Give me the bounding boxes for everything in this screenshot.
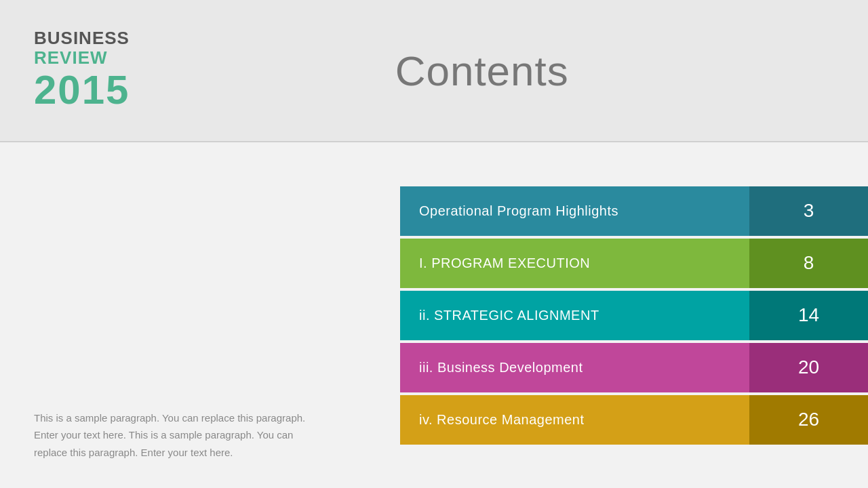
- toc-row[interactable]: iv. Resource Management26: [400, 395, 868, 445]
- toc-row[interactable]: ii. STRATEGIC ALIGNMENT14: [400, 291, 868, 340]
- toc-label-3: iii. Business Development: [400, 343, 749, 392]
- toc-row[interactable]: Operational Program Highlights3: [400, 186, 868, 236]
- toc-page-4: 26: [749, 395, 868, 445]
- toc-label-1: I. PROGRAM EXECUTION: [400, 239, 749, 288]
- page-title: Contents: [130, 47, 834, 95]
- header: BUSINESS REVIEW 2015 Contents: [0, 0, 868, 142]
- toc-page-3: 20: [749, 343, 868, 392]
- toc-row[interactable]: I. PROGRAM EXECUTION8: [400, 239, 868, 288]
- brand-year: 2015: [34, 68, 130, 113]
- brand: BUSINESS REVIEW 2015: [34, 28, 130, 112]
- brand-business: BUSINESS: [34, 28, 130, 48]
- left-panel: This is a sample paragraph. You can repl…: [34, 163, 400, 468]
- toc-label-2: ii. STRATEGIC ALIGNMENT: [400, 291, 749, 340]
- main-content: This is a sample paragraph. You can repl…: [0, 142, 868, 488]
- toc-page-1: 8: [749, 239, 868, 288]
- toc-label-0: Operational Program Highlights: [400, 186, 749, 236]
- sample-paragraph: This is a sample paragraph. You can repl…: [34, 409, 326, 462]
- toc-page-0: 3: [749, 186, 868, 236]
- toc-row[interactable]: iii. Business Development20: [400, 343, 868, 392]
- toc-list: Operational Program Highlights3I. PROGRA…: [400, 163, 868, 468]
- brand-review: REVIEW: [34, 48, 130, 68]
- toc-page-2: 14: [749, 291, 868, 340]
- toc-label-4: iv. Resource Management: [400, 395, 749, 445]
